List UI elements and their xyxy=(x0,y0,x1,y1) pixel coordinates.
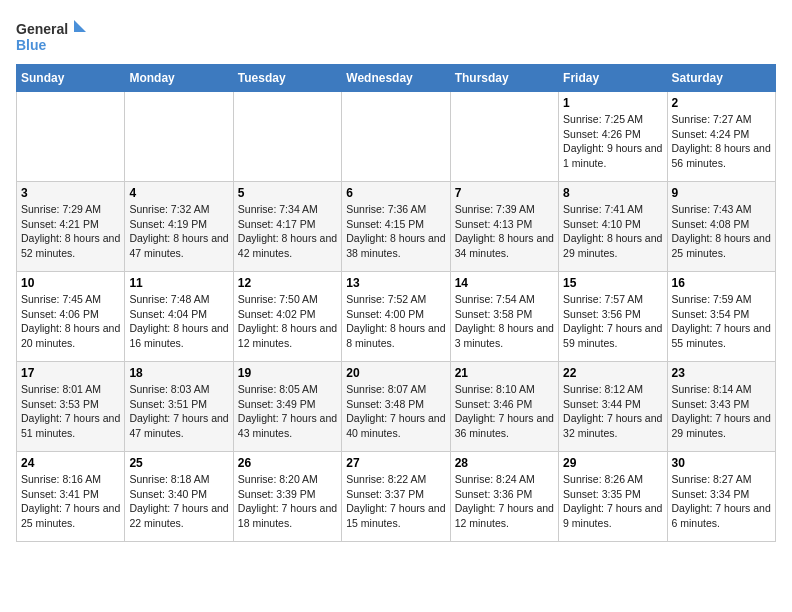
day-cell: 17Sunrise: 8:01 AM Sunset: 3:53 PM Dayli… xyxy=(17,362,125,452)
svg-marker-2 xyxy=(74,20,86,32)
day-cell xyxy=(125,92,233,182)
day-number: 20 xyxy=(346,366,445,380)
header: GeneralBlue xyxy=(16,16,776,56)
week-row-3: 10Sunrise: 7:45 AM Sunset: 4:06 PM Dayli… xyxy=(17,272,776,362)
day-info: Sunrise: 7:34 AM Sunset: 4:17 PM Dayligh… xyxy=(238,202,337,261)
day-info: Sunrise: 7:54 AM Sunset: 3:58 PM Dayligh… xyxy=(455,292,554,351)
day-number: 25 xyxy=(129,456,228,470)
day-cell: 20Sunrise: 8:07 AM Sunset: 3:48 PM Dayli… xyxy=(342,362,450,452)
day-cell: 18Sunrise: 8:03 AM Sunset: 3:51 PM Dayli… xyxy=(125,362,233,452)
header-cell-thursday: Thursday xyxy=(450,65,558,92)
day-info: Sunrise: 8:07 AM Sunset: 3:48 PM Dayligh… xyxy=(346,382,445,441)
day-info: Sunrise: 8:20 AM Sunset: 3:39 PM Dayligh… xyxy=(238,472,337,531)
day-info: Sunrise: 8:01 AM Sunset: 3:53 PM Dayligh… xyxy=(21,382,120,441)
day-number: 13 xyxy=(346,276,445,290)
day-number: 8 xyxy=(563,186,662,200)
day-info: Sunrise: 8:05 AM Sunset: 3:49 PM Dayligh… xyxy=(238,382,337,441)
day-cell: 29Sunrise: 8:26 AM Sunset: 3:35 PM Dayli… xyxy=(559,452,667,542)
day-info: Sunrise: 7:29 AM Sunset: 4:21 PM Dayligh… xyxy=(21,202,120,261)
day-number: 12 xyxy=(238,276,337,290)
day-cell: 30Sunrise: 8:27 AM Sunset: 3:34 PM Dayli… xyxy=(667,452,775,542)
day-cell: 22Sunrise: 8:12 AM Sunset: 3:44 PM Dayli… xyxy=(559,362,667,452)
day-info: Sunrise: 7:36 AM Sunset: 4:15 PM Dayligh… xyxy=(346,202,445,261)
day-cell: 3Sunrise: 7:29 AM Sunset: 4:21 PM Daylig… xyxy=(17,182,125,272)
day-info: Sunrise: 8:03 AM Sunset: 3:51 PM Dayligh… xyxy=(129,382,228,441)
day-number: 4 xyxy=(129,186,228,200)
logo: GeneralBlue xyxy=(16,16,96,56)
day-info: Sunrise: 7:43 AM Sunset: 4:08 PM Dayligh… xyxy=(672,202,771,261)
day-number: 30 xyxy=(672,456,771,470)
header-cell-monday: Monday xyxy=(125,65,233,92)
day-info: Sunrise: 7:52 AM Sunset: 4:00 PM Dayligh… xyxy=(346,292,445,351)
header-cell-wednesday: Wednesday xyxy=(342,65,450,92)
day-info: Sunrise: 7:41 AM Sunset: 4:10 PM Dayligh… xyxy=(563,202,662,261)
day-number: 21 xyxy=(455,366,554,380)
day-number: 11 xyxy=(129,276,228,290)
day-cell: 12Sunrise: 7:50 AM Sunset: 4:02 PM Dayli… xyxy=(233,272,341,362)
day-cell: 9Sunrise: 7:43 AM Sunset: 4:08 PM Daylig… xyxy=(667,182,775,272)
day-cell: 24Sunrise: 8:16 AM Sunset: 3:41 PM Dayli… xyxy=(17,452,125,542)
calendar-table: SundayMondayTuesdayWednesdayThursdayFrid… xyxy=(16,64,776,542)
day-number: 10 xyxy=(21,276,120,290)
day-number: 1 xyxy=(563,96,662,110)
day-cell: 27Sunrise: 8:22 AM Sunset: 3:37 PM Dayli… xyxy=(342,452,450,542)
header-cell-sunday: Sunday xyxy=(17,65,125,92)
day-number: 9 xyxy=(672,186,771,200)
header-cell-saturday: Saturday xyxy=(667,65,775,92)
day-number: 17 xyxy=(21,366,120,380)
day-cell: 2Sunrise: 7:27 AM Sunset: 4:24 PM Daylig… xyxy=(667,92,775,182)
day-cell: 8Sunrise: 7:41 AM Sunset: 4:10 PM Daylig… xyxy=(559,182,667,272)
day-cell xyxy=(450,92,558,182)
day-info: Sunrise: 8:27 AM Sunset: 3:34 PM Dayligh… xyxy=(672,472,771,531)
header-cell-tuesday: Tuesday xyxy=(233,65,341,92)
day-info: Sunrise: 7:32 AM Sunset: 4:19 PM Dayligh… xyxy=(129,202,228,261)
day-cell: 23Sunrise: 8:14 AM Sunset: 3:43 PM Dayli… xyxy=(667,362,775,452)
day-number: 2 xyxy=(672,96,771,110)
day-info: Sunrise: 8:24 AM Sunset: 3:36 PM Dayligh… xyxy=(455,472,554,531)
header-row: SundayMondayTuesdayWednesdayThursdayFrid… xyxy=(17,65,776,92)
day-number: 7 xyxy=(455,186,554,200)
day-number: 16 xyxy=(672,276,771,290)
day-cell xyxy=(17,92,125,182)
day-number: 14 xyxy=(455,276,554,290)
day-number: 23 xyxy=(672,366,771,380)
day-number: 28 xyxy=(455,456,554,470)
week-row-1: 1Sunrise: 7:25 AM Sunset: 4:26 PM Daylig… xyxy=(17,92,776,182)
day-cell xyxy=(342,92,450,182)
day-info: Sunrise: 7:48 AM Sunset: 4:04 PM Dayligh… xyxy=(129,292,228,351)
day-number: 15 xyxy=(563,276,662,290)
day-cell xyxy=(233,92,341,182)
day-info: Sunrise: 8:26 AM Sunset: 3:35 PM Dayligh… xyxy=(563,472,662,531)
day-info: Sunrise: 7:45 AM Sunset: 4:06 PM Dayligh… xyxy=(21,292,120,351)
day-cell: 13Sunrise: 7:52 AM Sunset: 4:00 PM Dayli… xyxy=(342,272,450,362)
day-cell: 4Sunrise: 7:32 AM Sunset: 4:19 PM Daylig… xyxy=(125,182,233,272)
day-cell: 14Sunrise: 7:54 AM Sunset: 3:58 PM Dayli… xyxy=(450,272,558,362)
logo-icon: GeneralBlue xyxy=(16,16,96,56)
day-info: Sunrise: 8:16 AM Sunset: 3:41 PM Dayligh… xyxy=(21,472,120,531)
day-cell: 11Sunrise: 7:48 AM Sunset: 4:04 PM Dayli… xyxy=(125,272,233,362)
week-row-2: 3Sunrise: 7:29 AM Sunset: 4:21 PM Daylig… xyxy=(17,182,776,272)
day-cell: 15Sunrise: 7:57 AM Sunset: 3:56 PM Dayli… xyxy=(559,272,667,362)
day-number: 6 xyxy=(346,186,445,200)
header-cell-friday: Friday xyxy=(559,65,667,92)
day-cell: 19Sunrise: 8:05 AM Sunset: 3:49 PM Dayli… xyxy=(233,362,341,452)
day-number: 24 xyxy=(21,456,120,470)
day-info: Sunrise: 8:10 AM Sunset: 3:46 PM Dayligh… xyxy=(455,382,554,441)
day-cell: 1Sunrise: 7:25 AM Sunset: 4:26 PM Daylig… xyxy=(559,92,667,182)
day-info: Sunrise: 8:12 AM Sunset: 3:44 PM Dayligh… xyxy=(563,382,662,441)
day-info: Sunrise: 7:25 AM Sunset: 4:26 PM Dayligh… xyxy=(563,112,662,171)
day-cell: 28Sunrise: 8:24 AM Sunset: 3:36 PM Dayli… xyxy=(450,452,558,542)
day-cell: 7Sunrise: 7:39 AM Sunset: 4:13 PM Daylig… xyxy=(450,182,558,272)
week-row-5: 24Sunrise: 8:16 AM Sunset: 3:41 PM Dayli… xyxy=(17,452,776,542)
svg-text:Blue: Blue xyxy=(16,37,47,53)
day-number: 3 xyxy=(21,186,120,200)
day-info: Sunrise: 8:18 AM Sunset: 3:40 PM Dayligh… xyxy=(129,472,228,531)
day-info: Sunrise: 7:27 AM Sunset: 4:24 PM Dayligh… xyxy=(672,112,771,171)
day-number: 19 xyxy=(238,366,337,380)
day-info: Sunrise: 7:50 AM Sunset: 4:02 PM Dayligh… xyxy=(238,292,337,351)
day-number: 5 xyxy=(238,186,337,200)
day-cell: 6Sunrise: 7:36 AM Sunset: 4:15 PM Daylig… xyxy=(342,182,450,272)
day-number: 22 xyxy=(563,366,662,380)
day-cell: 10Sunrise: 7:45 AM Sunset: 4:06 PM Dayli… xyxy=(17,272,125,362)
day-number: 29 xyxy=(563,456,662,470)
